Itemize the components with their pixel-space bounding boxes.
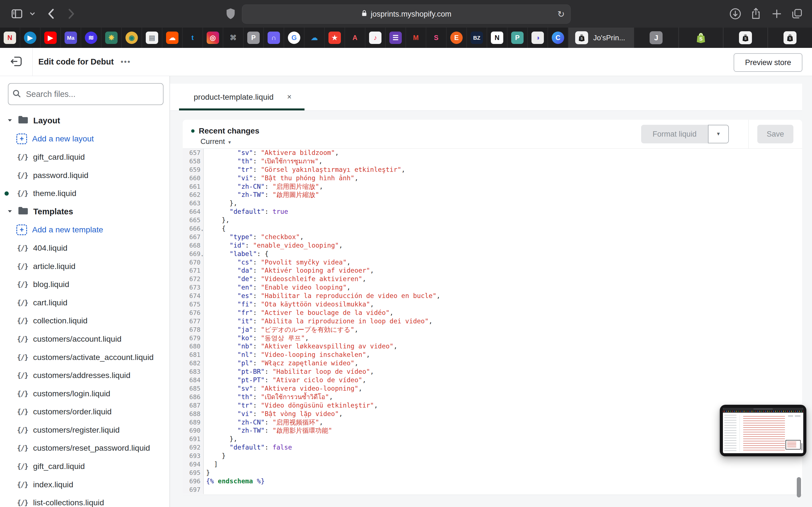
favicon-bz-navy[interactable]: BZ (467, 27, 487, 48)
forward-icon[interactable] (65, 7, 77, 22)
favicon-p-gray[interactable]: P (244, 27, 264, 48)
favicon-ma-purple[interactable]: Ma (61, 27, 81, 48)
privacy-shield-icon[interactable] (224, 7, 237, 21)
item-label: blog.liquid (33, 280, 69, 289)
favicon-play-blue[interactable]: ▶ (20, 27, 41, 48)
code-line-695: 695} (183, 469, 802, 477)
page-scrollbar-thumb[interactable] (797, 477, 801, 497)
tab-shopify-light-2[interactable]: S (767, 27, 812, 48)
line-number: 692 (183, 443, 204, 452)
favicon-green-app[interactable]: ❋ (101, 27, 122, 48)
favicon-pie-purple[interactable]: ◑ (528, 27, 548, 48)
file-gift-card-liquid[interactable]: {/}gift_card.liquid (0, 148, 169, 166)
line-number: 670 (183, 258, 204, 267)
screen-mirror-window[interactable] (720, 405, 806, 456)
favicon-apple[interactable]: ⌘ (223, 27, 244, 48)
version-dropdown[interactable]: Current▾ (200, 137, 231, 146)
line-number: 681 (183, 351, 204, 359)
format-liquid-button[interactable]: Format liquid (641, 125, 708, 144)
favicon-red-star[interactable]: ★ (325, 27, 345, 48)
favicon-twitter[interactable]: t (183, 27, 203, 48)
file-customers-register-liquid[interactable]: {/}customers/register.liquid (0, 421, 169, 439)
svg-text:S: S (580, 37, 583, 41)
file-theme-liquid[interactable]: {/}theme.liquid (0, 184, 169, 203)
liquid-file-icon: {/} (17, 262, 28, 270)
favicon-s-pink[interactable]: S (426, 27, 447, 48)
file-list-collections-liquid[interactable]: {/}list-collections.liquid (0, 494, 169, 507)
favicon-soundcloud[interactable]: ☁ (162, 27, 183, 48)
file-customers-addresses-liquid[interactable]: {/}customers/addresses.liquid (0, 366, 169, 385)
search-input[interactable] (26, 89, 160, 99)
downloads-icon[interactable] (729, 7, 742, 21)
file-gift-card-liquid[interactable]: {/}gift_card.liquid (0, 457, 169, 475)
code-lines: 657 "sv": "Aktivera bildzoom",658 "th": … (183, 149, 802, 494)
favicon-arc-purple[interactable]: ∩ (264, 27, 284, 48)
file-password-liquid[interactable]: {/}password.liquid (0, 166, 169, 184)
favicon-waves-indigo[interactable]: ≋ (81, 27, 101, 48)
browser-tab-strip: N▶▶Ma≋❋◉▤☁t◎⌘P∩G☁★A♪☰MSEBZNP◑C S Jo'sPri… (0, 27, 812, 48)
favicon-p-teal[interactable]: P (507, 27, 528, 48)
favicon-youtube[interactable]: ▶ (41, 27, 61, 48)
preview-store-button[interactable]: Preview store (733, 53, 802, 72)
sidebar-action-add-a-new-template[interactable]: +Add a new template (0, 221, 169, 239)
sidebar-action-add-a-new-layout[interactable]: +Add a new layout (0, 130, 169, 148)
chevron-down-icon[interactable] (29, 10, 36, 18)
favicon-rings-gold[interactable]: ◉ (122, 27, 142, 48)
file-collection-liquid[interactable]: {/}collection.liquid (0, 312, 169, 330)
exit-icon (10, 55, 23, 69)
favicon-cloud-blue[interactable]: ☁ (305, 27, 325, 48)
favicon-instagram[interactable]: ◎ (203, 27, 223, 48)
tab-overview-icon[interactable] (791, 7, 804, 21)
folder-layout[interactable]: Layout (0, 112, 169, 130)
favicon-netflix[interactable]: N (0, 27, 20, 48)
line-number: 679 (183, 334, 204, 342)
save-button[interactable]: Save (757, 125, 794, 144)
sidebar-toggle-icon[interactable] (10, 8, 24, 21)
tab-shopify-green[interactable]: S (678, 27, 723, 48)
close-tab-icon[interactable]: × (287, 93, 292, 101)
file-customers-order-liquid[interactable]: {/}customers/order.liquid (0, 403, 169, 421)
code-area[interactable]: 657 "sv": "Aktivera bildzoom",658 "th": … (183, 149, 802, 495)
favicon-c-blue[interactable]: C (548, 27, 568, 48)
code-line-669: 669▾ "label": { (183, 250, 802, 258)
search-icon (12, 89, 21, 100)
new-tab-icon[interactable] (770, 7, 783, 21)
file-customers-login-liquid[interactable]: {/}customers/login.liquid (0, 385, 169, 403)
share-icon[interactable] (749, 7, 762, 21)
file-index-liquid[interactable]: {/}index.liquid (0, 475, 169, 494)
format-options-dropdown[interactable]: ▼ (708, 125, 729, 144)
tab-j[interactable]: J (633, 27, 678, 48)
more-actions-button[interactable]: ••• (121, 48, 131, 76)
back-icon[interactable] (45, 7, 57, 22)
favicon-forms-purple[interactable]: ☰ (386, 27, 406, 48)
code-line-687: 687 "tr": "Video döngüsünü etkinleştir", (183, 401, 802, 410)
favicon-etsy[interactable]: E (447, 27, 467, 48)
reload-icon[interactable]: ↻ (557, 9, 565, 19)
favicon-notion[interactable]: N (487, 27, 507, 48)
search-files-box[interactable] (8, 83, 163, 105)
favicon-airbnb[interactable]: A (345, 27, 365, 48)
caret-down-icon[interactable] (7, 116, 13, 125)
line-number: 678 (183, 326, 204, 334)
active-browser-tab[interactable]: S Jo'sPrin... (568, 27, 633, 48)
exit-code-editor-button[interactable] (0, 48, 33, 76)
file-cart-liquid[interactable]: {/}cart.liquid (0, 293, 169, 312)
folder-templates[interactable]: Templates (0, 203, 169, 221)
page-title: Edit code for Debut (38, 48, 114, 76)
file-article-liquid[interactable]: {/}article.liquid (0, 257, 169, 276)
favicon-google[interactable]: G (284, 27, 305, 48)
favicon-docs[interactable]: ▤ (142, 27, 162, 48)
caret-down-icon[interactable] (7, 207, 13, 216)
editor-tab-product-template[interactable]: product-template.liquid × (179, 83, 305, 110)
address-bar[interactable]: josprints.myshopify.com ↻ (242, 4, 571, 24)
tab-shopify-light[interactable]: S (723, 27, 767, 48)
favicon-apple-music[interactable]: ♪ (365, 27, 386, 48)
liquid-file-icon: {/} (17, 426, 28, 434)
file-404-liquid[interactable]: {/}404.liquid (0, 239, 169, 257)
file-customers-account-liquid[interactable]: {/}customers/account.liquid (0, 330, 169, 348)
file-blog-liquid[interactable]: {/}blog.liquid (0, 275, 169, 293)
file-customers-activate-account-liquid[interactable]: {/}customers/activate_account.liquid (0, 348, 169, 367)
liquid-file-icon: {/} (17, 390, 28, 398)
file-customers-reset-password-liquid[interactable]: {/}customers/reset_password.liquid (0, 439, 169, 457)
favicon-gmail[interactable]: M (406, 27, 426, 48)
